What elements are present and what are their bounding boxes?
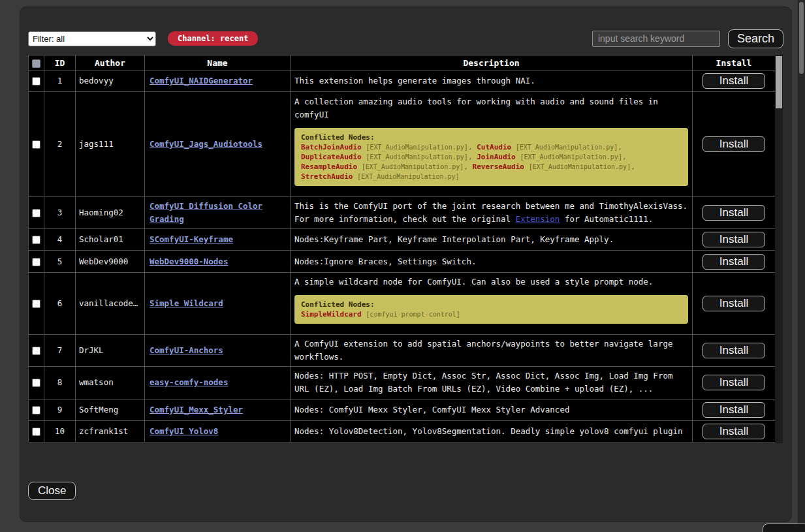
row-check-cell	[29, 420, 44, 442]
row-author: bedovyy	[76, 70, 145, 92]
row-check-cell	[29, 272, 44, 335]
row-check-cell	[29, 197, 44, 229]
row-checkbox[interactable]	[32, 77, 40, 86]
select-all-checkbox[interactable]	[32, 59, 40, 68]
row-id: 10	[44, 420, 76, 442]
extension-name-link[interactable]: ComfyUI_Mexx_Styler	[150, 405, 243, 415]
row-checkbox[interactable]	[32, 140, 40, 149]
row-id: 8	[44, 367, 76, 399]
install-button[interactable]: Install	[702, 205, 765, 221]
row-check-cell	[29, 70, 44, 92]
filter-select[interactable]: Filter: all	[28, 31, 156, 46]
row-checkbox[interactable]	[32, 406, 40, 415]
install-button[interactable]: Install	[702, 296, 765, 311]
extension-name-link[interactable]: Simple Wildcard	[150, 298, 223, 308]
column-header-install: Install	[693, 55, 776, 70]
install-button[interactable]: Install	[702, 402, 765, 418]
description-link[interactable]: Extension	[516, 214, 560, 224]
extension-name-link[interactable]: WebDev9000-Nodes	[150, 257, 228, 266]
page-scrollbar[interactable]	[798, 0, 805, 532]
search-input[interactable]	[592, 31, 720, 47]
table-row: 8wmatsoneasy-comfy-nodesNodes: HTTP POST…	[29, 367, 776, 399]
row-id: 7	[44, 335, 76, 367]
conflict-node-name: StretchAudio	[301, 172, 353, 181]
table-body: 1bedovyyComfyUI_NAIDGeneratorThis extens…	[29, 70, 776, 443]
row-id: 1	[44, 70, 76, 92]
table-scrollbar[interactable]	[775, 55, 783, 443]
conflict-node-name: ReverseAudio	[473, 163, 524, 171]
row-description: Nodes: Yolov8Detection, Yolov8Segmentati…	[291, 420, 693, 442]
extension-name-link[interactable]: SComfyUI-Keyframe	[150, 234, 233, 244]
custom-nodes-dialog: Filter: all Channel: recent Search I	[20, 7, 792, 522]
row-install-cell: Install	[693, 229, 776, 251]
install-button[interactable]: Install	[702, 232, 765, 247]
channel-badge[interactable]: Channel: recent	[168, 31, 258, 46]
extension-name-link[interactable]: ComfyUI_Jags_Audiotools	[150, 139, 262, 149]
toolbar: Filter: all Channel: recent Search	[28, 29, 783, 48]
conflict-node-name: ResampleAudio	[301, 163, 357, 171]
row-author: Haoming02	[76, 197, 145, 229]
row-check-cell	[29, 399, 44, 420]
row-install-cell: Install	[693, 367, 776, 399]
extension-name-link[interactable]: easy-comfy-nodes	[150, 377, 228, 387]
row-name-cell: ComfyUI_Mexx_Styler	[145, 399, 291, 420]
column-header-name: Name	[145, 55, 291, 70]
row-author: DrJKL	[76, 335, 145, 367]
row-name-cell: ComfyUI_Jags_Audiotools	[145, 92, 291, 197]
install-button[interactable]: Install	[702, 375, 765, 390]
install-button[interactable]: Install	[702, 343, 765, 358]
row-description: This is the ComfyUI port of the joint re…	[291, 197, 693, 229]
table-header-row: ID Author Name Description Install	[29, 55, 776, 70]
install-button[interactable]: Install	[702, 136, 765, 152]
row-id: 2	[44, 92, 76, 197]
row-check-cell	[29, 367, 44, 399]
conflict-node-name: DuplicateAudio	[301, 153, 362, 161]
table-row: 5WebDev9000WebDev9000-NodesNodes:Ignore …	[29, 251, 776, 272]
row-author: zcfrank1st	[76, 420, 145, 442]
row-checkbox[interactable]	[32, 236, 40, 244]
partial-button-bottom-right[interactable]	[763, 524, 805, 532]
row-checkbox[interactable]	[32, 428, 40, 436]
row-description: Nodes:Keyframe Part, Keyframe Interpolat…	[291, 229, 693, 251]
conflict-node-source: [EXT_AudioManipulation.py]	[520, 153, 622, 161]
custom-nodes-table: ID Author Name Description Install 1bedo…	[28, 55, 776, 443]
conflict-node-name: SimpleWildcard	[301, 310, 362, 319]
row-checkbox[interactable]	[32, 379, 40, 387]
extension-name-link[interactable]: ComfyUI-Anchors	[150, 345, 223, 355]
extension-name-link[interactable]: ComfyUI Yolov8	[150, 426, 218, 436]
row-install-cell: Install	[693, 420, 776, 442]
row-description: Nodes:Ignore Braces, Settings Switch.	[291, 251, 693, 272]
row-description: This extension helps generate images thr…	[291, 70, 693, 92]
extension-name-link[interactable]: ComfyUI_NAIDGenerator	[150, 76, 253, 86]
row-checkbox[interactable]	[32, 209, 40, 217]
row-name-cell: ComfyUI Diffusion Color Grading	[145, 197, 291, 229]
table-row: 2jags111ComfyUI_Jags_AudiotoolsA collect…	[29, 92, 776, 197]
row-checkbox[interactable]	[32, 258, 40, 266]
conflict-node-source: [EXT_AudioManipulation.py]	[516, 144, 618, 151]
row-install-cell: Install	[693, 335, 776, 367]
extension-name-link[interactable]: ComfyUI Diffusion Color Grading	[150, 201, 262, 224]
row-checkbox[interactable]	[32, 300, 40, 308]
row-checkbox[interactable]	[32, 347, 40, 355]
conflict-node-name: BatchJoinAudio	[301, 143, 362, 151]
install-button[interactable]: Install	[702, 254, 765, 270]
table-row: 1bedovyyComfyUI_NAIDGeneratorThis extens…	[29, 70, 776, 92]
table-scrollbar-thumb[interactable]	[776, 56, 782, 108]
page-scrollbar-thumb[interactable]	[799, 2, 804, 74]
conflicted-nodes-list: SimpleWildcard [comfyui-prompt-control]	[301, 309, 682, 319]
conflicted-nodes-label: Conflicted Nodes:	[301, 300, 682, 309]
page-background: Filter: all Channel: recent Search I	[0, 0, 805, 532]
install-button[interactable]: Install	[702, 73, 765, 89]
install-button[interactable]: Install	[702, 424, 765, 439]
search-button[interactable]: Search	[728, 29, 783, 48]
table-row: 6vanillacode…Simple WildcardA simple wil…	[29, 272, 776, 335]
table-row: 10zcfrank1stComfyUI Yolov8Nodes: Yolov8D…	[29, 420, 776, 442]
conflict-node-name: CutAudio	[477, 143, 511, 151]
column-header-author: Author	[76, 55, 145, 70]
close-button[interactable]: Close	[28, 482, 76, 500]
row-install-cell: Install	[693, 70, 776, 92]
row-check-cell	[29, 92, 44, 197]
row-author: SoftMeng	[76, 399, 145, 420]
row-id: 9	[44, 399, 76, 420]
conflict-node-source: [EXT_AudioManipulation.py]	[366, 144, 468, 151]
